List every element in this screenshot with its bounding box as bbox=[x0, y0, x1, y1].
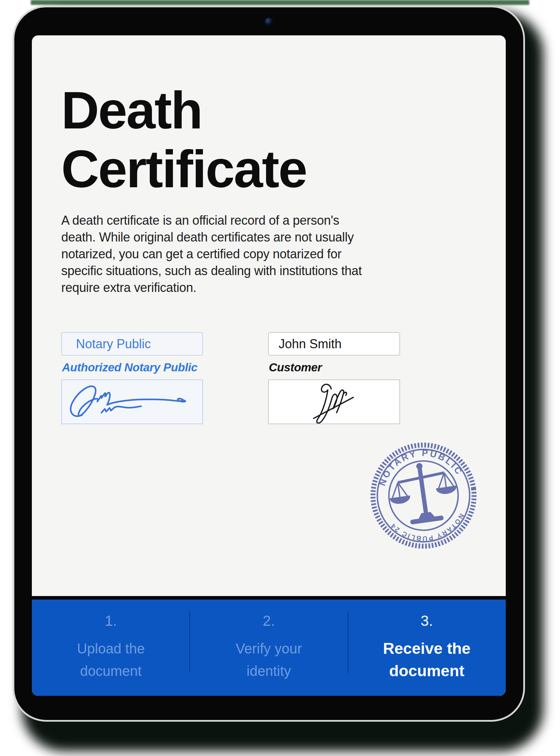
front-camera-icon bbox=[265, 18, 273, 26]
certificate-description: A death certificate is an official recor… bbox=[61, 212, 453, 296]
customer-name-field[interactable]: John Smith bbox=[268, 332, 400, 356]
notary-signature bbox=[62, 380, 202, 424]
notary-name-field[interactable]: Notary Public bbox=[61, 332, 203, 356]
certificate-screen: Death Certificate A death certificate is… bbox=[32, 35, 506, 696]
notary-role-label: Authorized Notary Public bbox=[62, 361, 197, 374]
step-number: 3. bbox=[421, 613, 433, 629]
customer-role-label: Customer bbox=[269, 361, 322, 374]
notary-name-value: Notary Public bbox=[76, 337, 151, 351]
notary-signature-field[interactable] bbox=[61, 379, 203, 424]
customer-signature bbox=[269, 380, 399, 424]
step-upload-document[interactable]: 1. Upload the document bbox=[32, 600, 190, 696]
customer-name-value: John Smith bbox=[279, 337, 342, 351]
tablet-device-frame: Death Certificate A death certificate is… bbox=[13, 6, 525, 722]
step-receive-document[interactable]: 3. Receive the document bbox=[348, 600, 506, 696]
page-background: Death Certificate A death certificate is… bbox=[0, 0, 560, 756]
page-title: Death Certificate bbox=[61, 81, 307, 198]
step-label: Receive the document bbox=[383, 637, 470, 682]
progress-steps-bar: 1. Upload the document 2. Verify your id… bbox=[32, 596, 506, 696]
step-label: Upload the document bbox=[77, 637, 145, 682]
step-number: 1. bbox=[105, 613, 117, 629]
notary-stamp-seal: NOTARY PUBLIC NOTARY PUBLIC 24 bbox=[362, 434, 486, 558]
scales-of-justice-icon bbox=[386, 459, 460, 527]
customer-signature-field[interactable] bbox=[268, 379, 400, 424]
tablet-shadow-top bbox=[31, 0, 529, 5]
step-verify-identity[interactable]: 2. Verify your identity bbox=[190, 600, 348, 696]
step-number: 2. bbox=[262, 613, 275, 629]
step-label: Verify your identity bbox=[236, 637, 302, 682]
